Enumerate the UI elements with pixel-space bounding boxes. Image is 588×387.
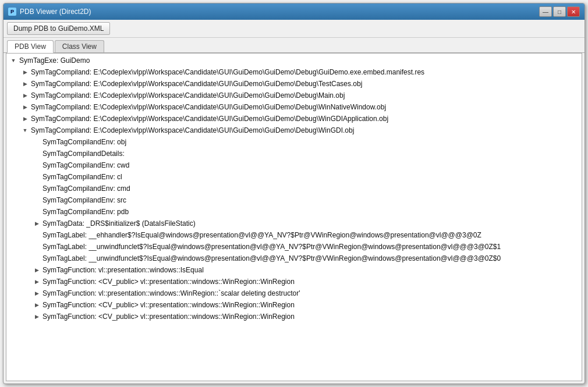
- tree-item[interactable]: ▼SymTagCompiland: E:\Codeplex\vlpp\Works…: [6, 125, 582, 136]
- tree-item-label: SymTagExe: GuiDemo: [18, 55, 90, 66]
- expand-icon[interactable]: ▶: [32, 289, 41, 298]
- dump-pdb-button[interactable]: Dump PDB to GuiDemo.XML: [7, 22, 110, 35]
- tree-item[interactable]: ▶SymTagFunction: <CV_public> vl::present…: [6, 299, 582, 311]
- minimize-button[interactable]: —: [539, 6, 552, 17]
- expand-icon[interactable]: ▶: [32, 312, 41, 321]
- tree-item[interactable]: ▶SymTagLabel: __unwindfunclet$?IsEqual@w…: [6, 241, 582, 253]
- expand-icon[interactable]: ▶: [32, 265, 41, 275]
- tree-item-label: SymTagCompilandEnv: pdb: [41, 207, 129, 217]
- tree-item[interactable]: ▶SymTagCompilandEnv: obj: [6, 136, 582, 148]
- window-title: PDB Viewer (Direct2D): [20, 8, 91, 16]
- tree-item-label: SymTagLabel: __ehhandler$?IsEqual@window…: [41, 230, 481, 240]
- tree-item-label: SymTagCompilandEnv: cwd: [41, 160, 129, 171]
- tree-item[interactable]: ▶SymTagFunction: vl::presentation::windo…: [6, 264, 582, 276]
- tree-item[interactable]: ▶SymTagCompilandEnv: cwd: [6, 159, 582, 171]
- tree-item-label: SymTagFunction: vl::presentation::window…: [41, 288, 300, 299]
- tree-item[interactable]: ▶SymTagFunction: <CV_public> vl::present…: [6, 311, 582, 322]
- tree-item[interactable]: ▶SymTagCompilandEnv: pdb: [6, 206, 582, 218]
- title-bar: P PDB Viewer (Direct2D) — □ ✕: [3, 3, 585, 20]
- tree-item-label: SymTagCompiland: E:\Codeplex\vlpp\Worksp…: [30, 102, 386, 112]
- expand-icon[interactable]: ▼: [9, 56, 18, 65]
- tree-view[interactable]: ▼SymTagExe: GuiDemo▶SymTagCompiland: E:\…: [6, 53, 582, 381]
- tree-item[interactable]: ▶SymTagCompiland: E:\Codeplex\vlpp\Works…: [6, 90, 582, 101]
- expand-icon[interactable]: ▶: [32, 300, 41, 310]
- tree-item[interactable]: ▼SymTagExe: GuiDemo: [6, 55, 582, 66]
- tab-bar: PDB View Class View: [3, 38, 585, 53]
- tree-item-label: SymTagFunction: <CV_public> vl::presenta…: [41, 300, 295, 310]
- tree-item-label: SymTagData: _DRS$initializer$ (DataIsFil…: [41, 218, 196, 229]
- tree-item-label: SymTagCompilandEnv: cl: [41, 172, 122, 182]
- tree-item-label: SymTagCompiland: E:\Codeplex\vlpp\Worksp…: [30, 67, 424, 77]
- close-button[interactable]: ✕: [567, 6, 580, 17]
- tree-item[interactable]: ▶SymTagCompilandEnv: cmd: [6, 183, 582, 194]
- expand-icon[interactable]: ▶: [20, 91, 30, 100]
- main-window: P PDB Viewer (Direct2D) — □ ✕ Dump PDB t…: [3, 3, 585, 384]
- tree-item[interactable]: ▶SymTagCompiland: E:\Codeplex\vlpp\Works…: [6, 78, 582, 90]
- tree-item-label: SymTagFunction: vl::presentation::window…: [41, 265, 204, 275]
- tree-item[interactable]: ▶SymTagFunction: <CV_public> vl::present…: [6, 276, 582, 287]
- tree-item-label: SymTagLabel: __unwindfunclet$?IsEqual@wi…: [41, 242, 501, 252]
- tree-item-label: SymTagFunction: <CV_public> vl::presenta…: [41, 311, 295, 322]
- tree-item[interactable]: ▶SymTagCompilandEnv: cl: [6, 171, 582, 183]
- app-icon: P: [8, 8, 16, 16]
- tree-item-label: SymTagCompilandEnv: src: [41, 195, 126, 205]
- toolbar: Dump PDB to GuiDemo.XML: [3, 20, 585, 38]
- tree-item-label: SymTagFunction: <CV_public> vl::presenta…: [41, 276, 295, 287]
- tab-pdb-view[interactable]: PDB View: [7, 40, 54, 53]
- tree-item-label: SymTagCompilandEnv: obj: [41, 137, 126, 147]
- tree-item-label: SymTagCompiland: E:\Codeplex\vlpp\Worksp…: [30, 125, 354, 136]
- expand-icon[interactable]: ▶: [32, 219, 41, 228]
- expand-icon[interactable]: ▼: [20, 126, 30, 135]
- maximize-button[interactable]: □: [553, 6, 566, 17]
- expand-icon[interactable]: ▶: [20, 68, 30, 77]
- tree-item[interactable]: ▶SymTagCompiland: E:\Codeplex\vlpp\Works…: [6, 66, 582, 78]
- tree-item-label: SymTagCompiland: E:\Codeplex\vlpp\Worksp…: [30, 90, 345, 101]
- tree-item-label: SymTagLabel: __unwindfunclet$?IsEqual@wi…: [41, 253, 501, 264]
- tree-item[interactable]: ▶SymTagFunction: vl::presentation::windo…: [6, 287, 582, 299]
- title-bar-left: P PDB Viewer (Direct2D): [8, 8, 91, 16]
- expand-icon[interactable]: ▶: [20, 102, 30, 112]
- expand-icon[interactable]: ▶: [32, 277, 41, 286]
- tree-item[interactable]: ▶SymTagCompilandDetails:: [6, 148, 582, 159]
- tree-item[interactable]: ▶SymTagCompiland: E:\Codeplex\vlpp\Works…: [6, 101, 582, 113]
- tree-item[interactable]: ▶SymTagCompilandEnv: src: [6, 194, 582, 206]
- tree-item-label: SymTagCompilandDetails:: [41, 148, 125, 159]
- tree-item-label: SymTagCompiland: E:\Codeplex\vlpp\Worksp…: [30, 113, 388, 124]
- tab-class-view[interactable]: Class View: [55, 40, 104, 52]
- tree-item[interactable]: ▶SymTagData: _DRS$initializer$ (DataIsFi…: [6, 218, 582, 229]
- expand-icon[interactable]: ▶: [20, 79, 30, 88]
- title-bar-buttons: — □ ✕: [539, 6, 580, 17]
- expand-icon[interactable]: ▶: [20, 114, 30, 123]
- tree-item[interactable]: ▶SymTagCompiland: E:\Codeplex\vlpp\Works…: [6, 113, 582, 125]
- tree-item[interactable]: ▶SymTagLabel: __ehhandler$?IsEqual@windo…: [6, 229, 582, 241]
- tree-item-label: SymTagCompilandEnv: cmd: [41, 183, 130, 194]
- tree-item[interactable]: ▶SymTagLabel: __unwindfunclet$?IsEqual@w…: [6, 253, 582, 264]
- tree-item-label: SymTagCompiland: E:\Codeplex\vlpp\Worksp…: [30, 79, 362, 89]
